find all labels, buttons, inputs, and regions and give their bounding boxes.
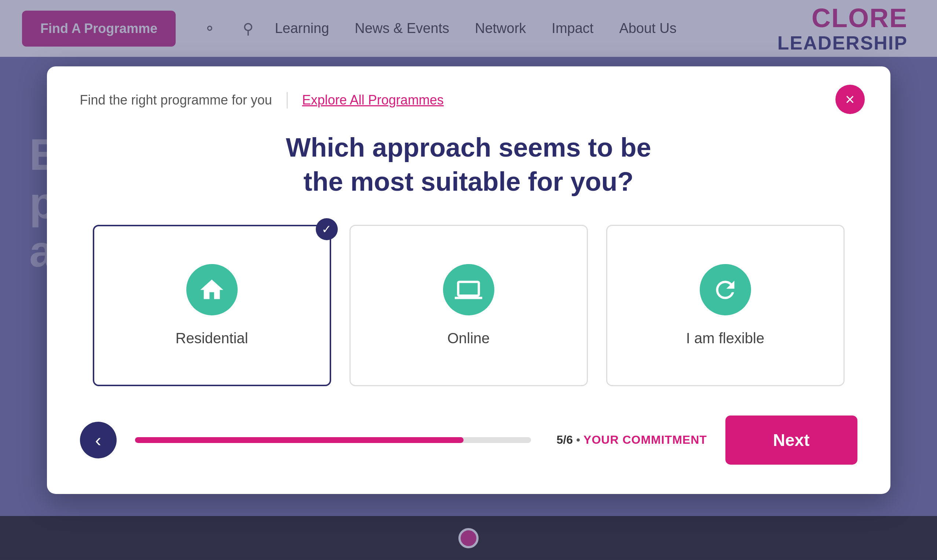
option-residential[interactable]: ✓ Residential	[93, 225, 331, 386]
flexible-label: I am flexible	[686, 330, 764, 346]
progress-bar-container	[135, 437, 531, 443]
online-icon-circle	[443, 264, 494, 315]
laptop-icon	[455, 276, 482, 304]
option-online[interactable]: Online	[349, 225, 588, 386]
modal-footer: ‹ 5/6 • YOUR COMMITMENT Next	[80, 415, 857, 465]
options-row: ✓ Residential Online	[80, 225, 857, 386]
modal-header: Find the right programme for you Explore…	[80, 92, 857, 108]
modal-header-label: Find the right programme for you	[80, 92, 272, 108]
modal: Find the right programme for you Explore…	[47, 66, 891, 494]
progress-bullet: •	[576, 433, 583, 446]
flexible-icon-circle	[700, 264, 751, 315]
option-flexible[interactable]: I am flexible	[606, 225, 845, 386]
back-button[interactable]: ‹	[80, 422, 117, 458]
progress-text: YOUR COMMITMENT	[583, 433, 707, 446]
explore-all-link[interactable]: Explore All Programmes	[302, 92, 444, 108]
residential-icon-circle	[186, 264, 238, 315]
modal-question: Which approach seems to bethe most suita…	[80, 130, 857, 199]
header-divider	[287, 92, 288, 108]
selected-badge: ✓	[316, 218, 338, 240]
close-button[interactable]: ×	[835, 85, 865, 114]
online-label: Online	[448, 330, 490, 346]
progress-label: 5/6 • YOUR COMMITMENT	[557, 433, 707, 447]
residential-label: Residential	[176, 330, 248, 346]
house-icon	[198, 276, 226, 304]
refresh-icon	[711, 276, 739, 304]
progress-bar-fill	[135, 437, 463, 443]
next-button[interactable]: Next	[725, 415, 857, 465]
progress-step: 5/6	[557, 433, 573, 446]
